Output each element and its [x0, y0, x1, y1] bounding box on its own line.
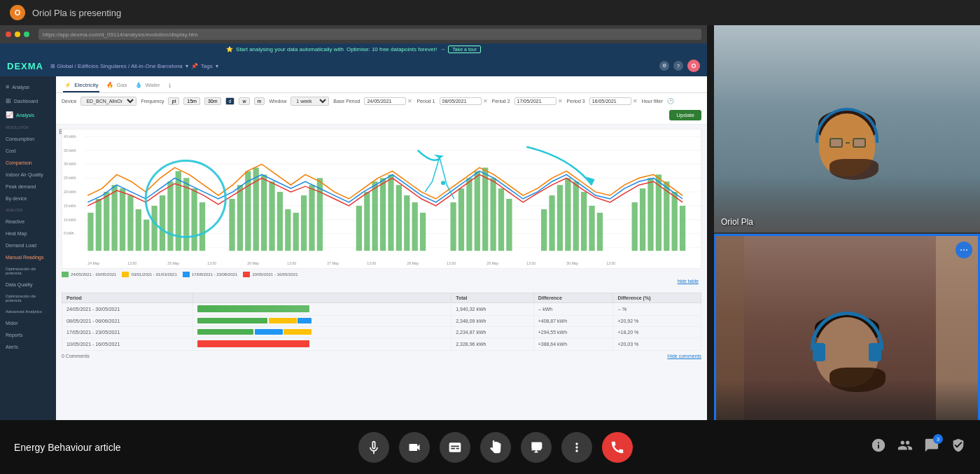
- window-select[interactable]: 1 week: [290, 97, 329, 106]
- browser-minimize-btn[interactable]: [15, 32, 20, 37]
- svg-rect-69: [632, 202, 638, 251]
- sidebar-item-alerts[interactable]: Alerts: [0, 342, 56, 352]
- freq-d-btn[interactable]: d: [225, 97, 235, 105]
- base-period-clear[interactable]: ✕: [407, 98, 412, 104]
- svg-rect-41: [301, 195, 307, 251]
- tab-gas[interactable]: 🔥 Gas: [105, 79, 128, 92]
- svg-text:25 May: 25 May: [167, 261, 179, 265]
- sidebar-item-reactive[interactable]: Reactive: [0, 216, 56, 227]
- sidebar-item-comparison[interactable]: Comparison: [0, 158, 56, 168]
- analyse-icon: ≡: [6, 83, 9, 90]
- people-icon: [897, 438, 913, 453]
- browser-close-btn[interactable]: [6, 32, 11, 37]
- sidebar-item-dashboard[interactable]: ⊞ Dashboard: [0, 95, 56, 107]
- sidebar-item-reports[interactable]: Reports: [0, 330, 56, 340]
- svg-rect-28: [176, 171, 181, 251]
- freq-m-btn[interactable]: m: [254, 97, 265, 105]
- period2-input[interactable]: [514, 97, 556, 105]
- svg-text:5 kWh: 5 kWh: [64, 232, 74, 236]
- freq-w-btn[interactable]: w: [239, 97, 249, 105]
- sidebar-item-opt2[interactable]: Optimización de potencia: [0, 291, 56, 305]
- svg-text:30 kWh: 30 kWh: [64, 162, 76, 167]
- svg-rect-57: [482, 167, 488, 251]
- svg-rect-55: [466, 178, 472, 251]
- sidebar-item-heat-map[interactable]: Heat Map: [0, 228, 56, 239]
- dexma-sidebar: ≡ Analyse ⊞ Dashboard 📈 Analysis RESOLUT…: [0, 76, 56, 445]
- table-row: 08/05/2021 - 06/06/2021 2,348,09 kWh +40…: [62, 316, 701, 327]
- window-label: Window: [269, 99, 286, 104]
- tab-electricity[interactable]: ⚡ Electricity: [63, 79, 99, 92]
- captions-button[interactable]: [440, 432, 470, 463]
- device-select[interactable]: ED_BCN_AllnOne_Ele...: [80, 97, 136, 106]
- hide-comments-link[interactable]: Hide comments: [667, 354, 701, 358]
- tab-water[interactable]: 💧 Water: [134, 79, 161, 92]
- help-icon[interactable]: ?: [673, 61, 683, 71]
- settings-icon[interactable]: ⚙: [659, 61, 669, 71]
- sidebar-item-cost[interactable]: Cost: [0, 146, 56, 156]
- raise-hand-button[interactable]: [480, 432, 511, 463]
- svg-rect-49: [396, 185, 402, 251]
- svg-text:28 May: 28 May: [407, 261, 419, 265]
- svg-rect-65: [573, 181, 579, 251]
- people-button[interactable]: [897, 438, 913, 456]
- browser-maximize-btn[interactable]: [24, 32, 29, 37]
- freq-pt-btn[interactable]: pt: [168, 97, 179, 105]
- period1-clear[interactable]: ✕: [483, 98, 488, 104]
- period3-input[interactable]: [589, 97, 631, 105]
- sidebar-section-resolution: RESOLUTION: [0, 123, 56, 132]
- svg-rect-44: [356, 206, 362, 251]
- sidebar-item-peak-demand[interactable]: Peak demand: [0, 181, 56, 192]
- svg-rect-66: [581, 192, 587, 251]
- svg-rect-74: [672, 192, 678, 251]
- svg-point-93: [441, 181, 445, 185]
- svg-text:12:00: 12:00: [606, 261, 615, 265]
- camera-button[interactable]: [399, 432, 430, 463]
- sidebar-item-manual-readings[interactable]: Manual Readings: [0, 252, 56, 263]
- svg-rect-67: [589, 206, 594, 251]
- analysis-tabs: ⚡ Electricity 🔥 Gas 💧 Water ℹ: [56, 76, 707, 93]
- col-total-val: Total: [451, 293, 533, 303]
- microphone-button[interactable]: [358, 432, 389, 463]
- freq-30m-btn[interactable]: 30m: [204, 97, 221, 105]
- sidebar-item-demand-load[interactable]: Demand Load: [0, 240, 56, 251]
- svg-rect-40: [293, 213, 299, 251]
- hide-table-link[interactable]: hide table: [62, 279, 699, 284]
- more-button[interactable]: [561, 432, 592, 463]
- sidebar-item-advanced[interactable]: Advanced Analytics: [0, 307, 56, 316]
- sidebar-item-analysis[interactable]: 📈 Analysis: [0, 109, 56, 121]
- sidebar-item-midor[interactable]: Midor: [0, 318, 56, 328]
- base-period-input[interactable]: [364, 97, 406, 105]
- present-button[interactable]: [521, 432, 552, 463]
- sidebar-item-air-quality[interactable]: Indoor Air Quality: [0, 169, 56, 180]
- update-button[interactable]: Update: [669, 110, 701, 120]
- browser-top-bar: https://app.dexma.com/d_09114/analysis/e…: [0, 25, 707, 43]
- sidebar-item-data-quality[interactable]: Data Quality: [0, 279, 56, 290]
- present-icon: [529, 440, 543, 454]
- user-avatar[interactable]: O: [687, 60, 700, 72]
- activities-button[interactable]: [951, 438, 966, 456]
- svg-marker-91: [434, 155, 444, 159]
- svg-rect-50: [404, 195, 410, 251]
- period1-tag: ✕: [440, 97, 488, 105]
- svg-text:12:00: 12:00: [447, 261, 456, 265]
- freq-15m-btn[interactable]: 15m: [183, 97, 200, 105]
- chat-badge: 3: [933, 434, 943, 444]
- chat-button[interactable]: 3: [924, 438, 939, 456]
- you-video-bg: [716, 236, 978, 443]
- take-tour-button[interactable]: Take a tour: [448, 46, 481, 53]
- svg-rect-45: [364, 192, 370, 251]
- more-options-button[interactable]: ⋯: [955, 242, 972, 258]
- svg-text:10 kWh: 10 kWh: [64, 218, 76, 222]
- period1-input[interactable]: [440, 97, 482, 105]
- sidebar-item-opt1[interactable]: Optimización de potencia: [0, 264, 56, 278]
- period3-clear[interactable]: ✕: [633, 98, 638, 104]
- info-button[interactable]: [871, 438, 886, 456]
- period2-clear[interactable]: ✕: [558, 98, 563, 104]
- sidebar-item-by-device[interactable]: By device: [0, 193, 56, 204]
- sidebar-item-analyse[interactable]: ≡ Analyse: [0, 81, 56, 93]
- end-call-button[interactable]: [602, 432, 633, 463]
- sidebar-item-consumption[interactable]: Consumption: [0, 134, 56, 144]
- browser-url-bar[interactable]: https://app.dexma.com/d_09114/analysis/e…: [38, 29, 701, 40]
- svg-text:26 May: 26 May: [247, 261, 259, 265]
- svg-rect-25: [151, 206, 157, 251]
